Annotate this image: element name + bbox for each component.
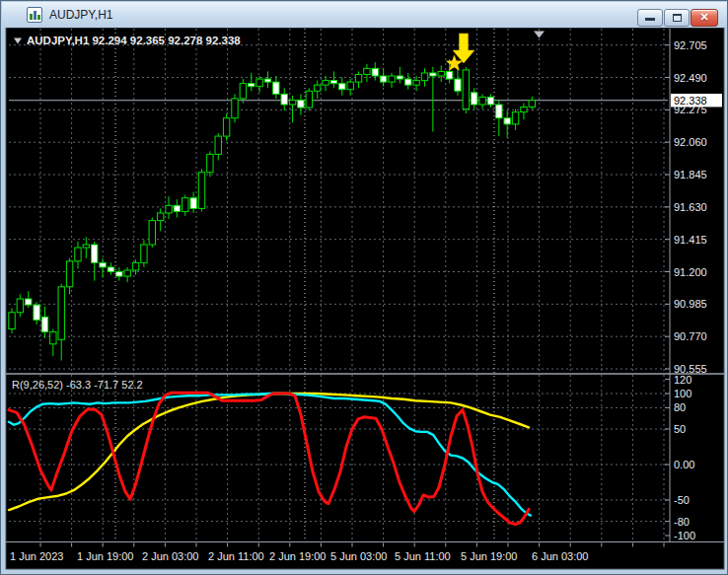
svg-text:120: 120 xyxy=(674,374,692,386)
close-button[interactable]: ✕ xyxy=(691,9,718,27)
svg-text:2 Jun 03:00: 2 Jun 03:00 xyxy=(142,550,199,562)
svg-text:2 Jun 11:00: 2 Jun 11:00 xyxy=(208,550,264,562)
minimize-icon xyxy=(645,18,655,21)
svg-text:-80: -80 xyxy=(674,516,690,528)
svg-text:1 Jun 2023: 1 Jun 2023 xyxy=(10,550,63,562)
svg-text:5 Jun 03:00: 5 Jun 03:00 xyxy=(330,550,388,562)
svg-text:92.060: 92.060 xyxy=(674,136,707,148)
svg-text:92.490: 92.490 xyxy=(674,72,707,84)
svg-text:90.985: 90.985 xyxy=(674,298,707,310)
svg-text:91.845: 91.845 xyxy=(674,169,707,180)
minimize-button[interactable] xyxy=(637,9,663,27)
svg-text:91.630: 91.630 xyxy=(674,201,707,213)
svg-text:-50: -50 xyxy=(674,494,690,506)
close-icon: ✕ xyxy=(692,11,717,24)
svg-text:92.705: 92.705 xyxy=(674,39,707,51)
svg-text:2 Jun 19:00: 2 Jun 19:00 xyxy=(269,550,327,562)
svg-text:5 Jun 19:00: 5 Jun 19:00 xyxy=(461,550,518,562)
svg-text:AUDJPY,H1 92.294 92.365 92.27: AUDJPY,H1 92.294 92.365 92.278 92.338 xyxy=(27,35,241,46)
svg-text:92.338: 92.338 xyxy=(674,95,707,107)
svg-text:0.00: 0.00 xyxy=(674,459,694,470)
maximize-icon xyxy=(673,14,682,22)
svg-text:5 Jun 11:00: 5 Jun 11:00 xyxy=(395,550,451,562)
svg-text:-100: -100 xyxy=(674,530,695,541)
svg-text:90.770: 90.770 xyxy=(674,330,707,342)
svg-text:91.200: 91.200 xyxy=(674,266,707,278)
window-title: AUDJPY,H1 xyxy=(49,8,112,22)
svg-text:1 Jun 19:00: 1 Jun 19:00 xyxy=(77,550,134,562)
chart-window: AUDJPY,H1 ✕ 92.70592.49092.27592.06091.8… xyxy=(0,0,728,575)
maximize-button[interactable] xyxy=(664,9,690,27)
svg-text:80: 80 xyxy=(674,401,686,413)
svg-text:91.415: 91.415 xyxy=(674,234,707,246)
title-bar[interactable]: AUDJPY,H1 ✕ xyxy=(2,2,728,28)
chart-app-icon xyxy=(27,7,42,23)
svg-text:100: 100 xyxy=(674,388,692,399)
chart-canvas[interactable]: 92.70592.49092.27592.06091.84591.63091.4… xyxy=(1,1,728,575)
svg-text:50: 50 xyxy=(674,423,686,435)
svg-text:6 Jun 03:00: 6 Jun 03:00 xyxy=(532,550,589,562)
svg-text:R(9,26,52) -63.3 -71.7 52.2: R(9,26,52) -63.3 -71.7 52.2 xyxy=(12,379,143,391)
